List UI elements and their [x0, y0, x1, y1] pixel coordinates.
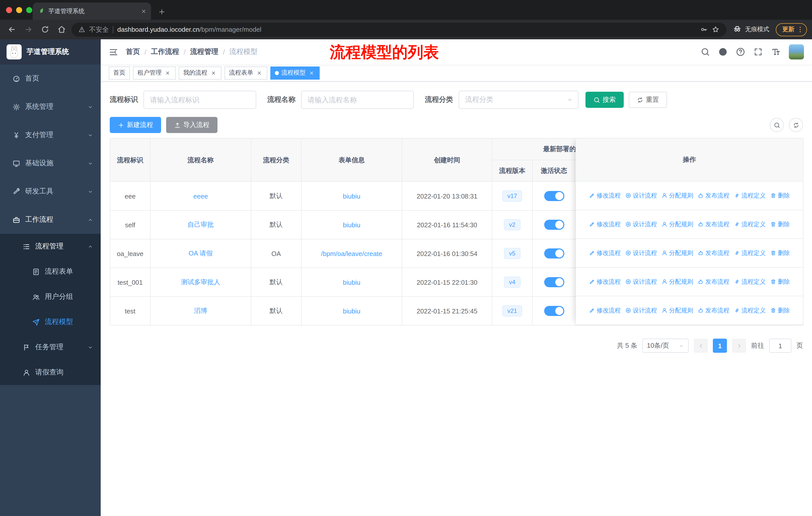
sidebar-item-process-form[interactable]: 流程表单 — [0, 259, 101, 284]
active-status-toggle[interactable] — [544, 191, 564, 201]
assign-rule-action[interactable]: 分配规则 — [662, 220, 693, 228]
form-info-link[interactable]: biubiu — [343, 192, 360, 200]
process-name-link[interactable]: 自己审批 — [187, 221, 214, 228]
page-number-button[interactable]: 1 — [713, 338, 727, 353]
design-action[interactable]: 设计流程 — [625, 306, 657, 315]
breadcrumb-item[interactable]: 首页 — [126, 47, 140, 56]
publish-action[interactable]: 发布流程 — [698, 277, 729, 286]
delete-action[interactable]: 删除 — [770, 249, 790, 257]
publish-action[interactable]: 发布流程 — [698, 220, 729, 228]
active-status-toggle[interactable] — [544, 220, 564, 230]
reload-button[interactable] — [38, 23, 51, 36]
tag-tenant-mgmt[interactable]: 租户管理 — [133, 66, 176, 79]
page-size-select[interactable]: 10条/页 — [642, 338, 689, 353]
modify-action[interactable]: 修改流程 — [589, 306, 621, 315]
publish-action[interactable]: 发布流程 — [698, 306, 729, 315]
active-status-toggle[interactable] — [544, 277, 564, 287]
process-name-link[interactable]: eeee — [193, 192, 208, 200]
version-tag[interactable]: v4 — [504, 277, 520, 288]
sidebar-item-task-mgmt[interactable]: 任务管理 — [0, 334, 101, 360]
sidebar-item-devtools[interactable]: 研发工具 — [0, 178, 101, 206]
assign-rule-action[interactable]: 分配规则 — [662, 191, 693, 200]
delete-action[interactable]: 删除 — [770, 306, 790, 315]
tab-close-icon[interactable] — [141, 8, 146, 14]
search-button[interactable]: 搜索 — [585, 92, 624, 108]
design-action[interactable]: 设计流程 — [625, 249, 657, 257]
bookmark-star-icon[interactable] — [712, 26, 719, 33]
close-icon[interactable] — [256, 69, 263, 76]
zoom-window-button[interactable] — [26, 7, 32, 13]
publish-action[interactable]: 发布流程 — [698, 191, 729, 200]
design-action[interactable]: 设计流程 — [625, 220, 657, 228]
close-icon[interactable] — [164, 69, 171, 76]
definition-action[interactable]: 流程定义 — [734, 306, 766, 315]
tag-process-model[interactable]: 流程模型 — [270, 66, 320, 79]
assign-rule-action[interactable]: 分配规则 — [662, 306, 693, 315]
minimize-window-button[interactable] — [16, 7, 22, 13]
version-tag[interactable]: v2 — [504, 219, 520, 230]
version-tag[interactable]: v17 — [502, 190, 522, 202]
password-key-icon[interactable] — [700, 26, 708, 33]
process-name-link[interactable]: 测试多审批人 — [181, 278, 220, 286]
tag-my-process[interactable]: 我的流程 — [179, 66, 222, 79]
process-name-link[interactable]: OA 请假 — [188, 249, 212, 257]
form-info-link[interactable]: biubiu — [343, 307, 360, 315]
delete-action[interactable]: 删除 — [770, 220, 790, 228]
close-icon[interactable] — [210, 69, 217, 76]
fullscreen-button[interactable] — [754, 47, 763, 56]
publish-action[interactable]: 发布流程 — [698, 249, 729, 257]
prev-page-button[interactable] — [694, 338, 708, 353]
new-tab-button[interactable] — [158, 8, 166, 16]
refresh-table-button[interactable] — [789, 118, 803, 132]
sidebar-item-system[interactable]: 系统管理 — [0, 93, 101, 121]
tag-process-form[interactable]: 流程表单 — [225, 66, 267, 79]
form-info-link[interactable]: biubiu — [343, 278, 360, 286]
process-name-link[interactable]: 滔博 — [194, 307, 207, 315]
breadcrumb-item[interactable]: 工作流程 — [151, 47, 179, 56]
form-info-link[interactable]: /bpm/oa/leave/create — [321, 250, 382, 257]
process-key-input[interactable] — [143, 91, 256, 109]
assign-rule-action[interactable]: 分配规则 — [662, 249, 693, 257]
category-select[interactable]: 流程分类 — [459, 91, 578, 109]
design-action[interactable]: 设计流程 — [625, 191, 657, 200]
sidebar-item-leave-query[interactable]: 请假查询 — [0, 360, 101, 385]
definition-action[interactable]: 流程定义 — [734, 220, 766, 228]
modify-action[interactable]: 修改流程 — [589, 220, 621, 228]
toggle-search-button[interactable] — [770, 118, 784, 132]
delete-action[interactable]: 删除 — [770, 277, 790, 286]
modify-action[interactable]: 修改流程 — [589, 277, 621, 286]
close-window-button[interactable] — [6, 7, 12, 13]
browser-menu-icon[interactable] — [796, 26, 804, 33]
search-button[interactable] — [701, 47, 710, 56]
design-action[interactable]: 设计流程 — [625, 277, 657, 286]
create-process-button[interactable]: 新建流程 — [110, 117, 161, 133]
next-page-button[interactable] — [732, 338, 746, 353]
sidebar-item-process-mgmt[interactable]: 流程管理 — [0, 234, 101, 259]
question-button[interactable] — [736, 47, 745, 56]
textsize-button[interactable] — [771, 47, 780, 56]
version-tag[interactable]: v21 — [502, 305, 522, 317]
modify-action[interactable]: 修改流程 — [589, 191, 621, 200]
sidebar-item-workflow[interactable]: 工作流程 — [0, 206, 101, 234]
update-chrome-button[interactable]: 更新 — [776, 23, 807, 36]
goto-page-input[interactable] — [769, 338, 791, 353]
sidebar-item-payment[interactable]: 支付管理 — [0, 121, 101, 149]
assign-rule-action[interactable]: 分配规则 — [662, 277, 693, 286]
definition-action[interactable]: 流程定义 — [734, 277, 766, 286]
hamburger-icon[interactable] — [109, 47, 118, 57]
home-button[interactable] — [55, 23, 68, 36]
breadcrumb-item[interactable]: 流程管理 — [190, 47, 219, 56]
sidebar-item-process-model[interactable]: 流程模型 — [0, 309, 101, 334]
active-status-toggle[interactable] — [544, 248, 564, 259]
modify-action[interactable]: 修改流程 — [589, 249, 621, 257]
back-button[interactable] — [5, 23, 18, 36]
tag-home[interactable]: 首页 — [109, 66, 130, 79]
browser-tab[interactable]: 芋道管理系统 — [33, 2, 151, 20]
avatar[interactable] — [789, 44, 804, 59]
version-tag[interactable]: v5 — [504, 248, 520, 259]
sidebar-item-user-group[interactable]: 用户分组 — [0, 284, 101, 309]
definition-action[interactable]: 流程定义 — [734, 191, 766, 200]
reset-button[interactable]: 重置 — [629, 92, 667, 108]
close-icon[interactable] — [308, 69, 315, 76]
delete-action[interactable]: 删除 — [770, 191, 790, 200]
